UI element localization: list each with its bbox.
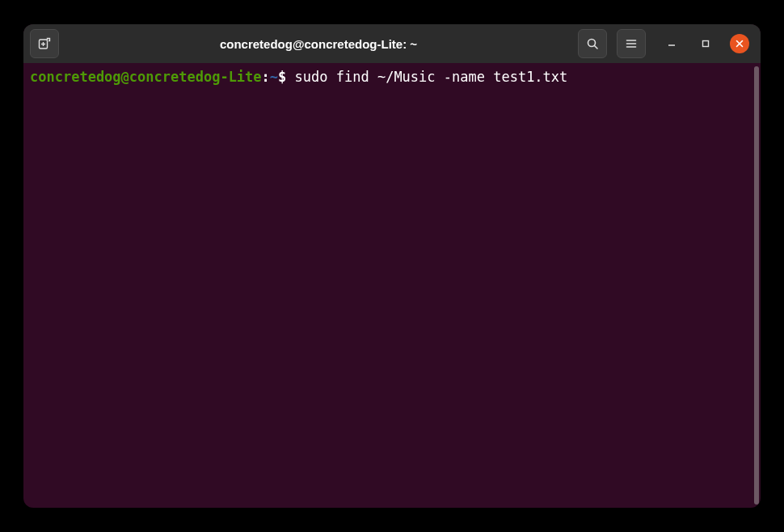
svg-line-4 [595, 46, 598, 49]
search-button[interactable] [578, 29, 607, 58]
window-title: concretedog@concretedog-Lite: ~ [64, 37, 573, 51]
hamburger-icon [625, 37, 638, 50]
prompt-separator: : [262, 69, 270, 85]
close-icon [736, 40, 744, 48]
prompt-path: ~ [270, 69, 278, 85]
titlebar-left [30, 29, 59, 58]
terminal-area[interactable]: concretedog@concretedog-Lite:~$ sudo fin… [23, 63, 761, 508]
svg-rect-9 [703, 41, 709, 47]
terminal-content[interactable]: concretedog@concretedog-Lite:~$ sudo fin… [23, 63, 752, 508]
titlebar-right [578, 29, 754, 58]
prompt-user-host: concretedog@concretedog-Lite [30, 69, 262, 85]
maximize-button[interactable] [696, 34, 715, 53]
minimize-icon [668, 40, 676, 48]
search-icon [586, 37, 599, 50]
window-controls [662, 34, 749, 53]
titlebar: concretedog@concretedog-Lite: ~ [23, 24, 761, 63]
new-tab-button[interactable] [30, 29, 59, 58]
new-tab-icon [38, 37, 51, 50]
menu-button[interactable] [617, 29, 646, 58]
minimize-button[interactable] [662, 34, 681, 53]
terminal-window: concretedog@concretedog-Lite: ~ [23, 24, 761, 508]
command-text: sudo find ~/Music -name test1.txt [295, 69, 568, 85]
close-button[interactable] [730, 34, 749, 53]
prompt-dollar: $ [278, 69, 294, 85]
maximize-icon [702, 40, 710, 48]
scrollbar[interactable] [752, 63, 761, 508]
scrollbar-thumb[interactable] [754, 66, 759, 505]
